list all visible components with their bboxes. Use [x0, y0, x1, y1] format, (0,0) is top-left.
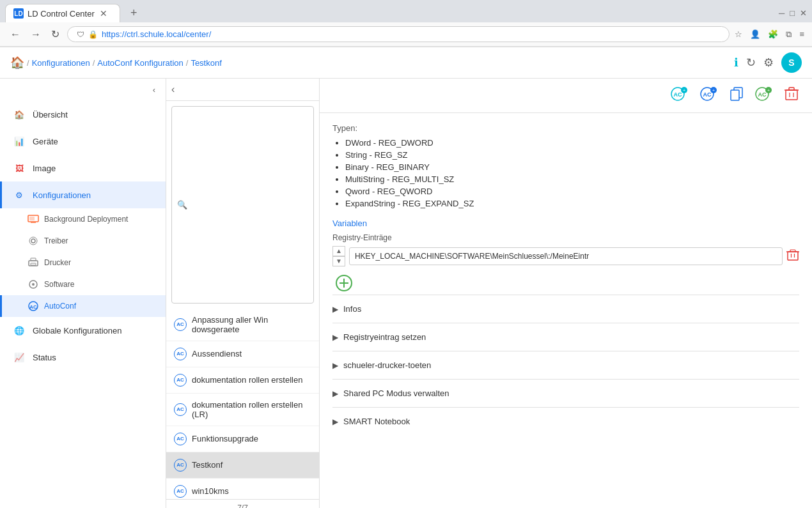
window-minimize[interactable]: ─: [779, 8, 785, 18]
registryeintrag-header[interactable]: ▶ Registryeintrag setzen: [332, 330, 799, 344]
toolbar-copy-button[interactable]: [726, 84, 747, 107]
type-item: MultiString - REG_MULTI_SZ: [345, 174, 799, 184]
home-icon[interactable]: 🏠: [10, 56, 24, 70]
right-panel-toolbar: AC + AC +: [320, 79, 812, 113]
address-text[interactable]: https://ctrl.schule.local/center/: [102, 29, 211, 39]
svg-rect-33: [790, 250, 795, 252]
menu-icon[interactable]: ≡: [799, 29, 804, 39]
add-registry-button[interactable]: [332, 272, 355, 295]
sidebar-label-autoconf: AutoConf: [44, 302, 76, 311]
config-ac-icon: AC: [174, 348, 187, 360]
list-item[interactable]: AC Testkonf: [166, 452, 319, 479]
new-tab-button[interactable]: +: [125, 5, 143, 21]
tab-close-button[interactable]: ✕: [100, 8, 107, 19]
drucker-icon: [27, 257, 39, 268]
autoconf-icon: AC: [27, 300, 39, 312]
sidebar-item-status[interactable]: 📈 Status: [0, 344, 166, 371]
toolbar-ac-add2-button[interactable]: AC +: [697, 84, 721, 107]
window-controls: ─ □ ✕: [779, 8, 807, 18]
profile-icon[interactable]: 👤: [750, 29, 760, 39]
config-item-label: Anpassung aller Win dowsgeraete: [192, 315, 311, 334]
toolbar-ac-add1-button[interactable]: AC +: [668, 84, 692, 107]
sidebar-item-globale[interactable]: 🌐 Globale Konfigurationen: [0, 317, 166, 344]
sidebar-item-ubersicht[interactable]: 🏠 Übersicht: [0, 101, 166, 128]
nav-forward-button[interactable]: →: [28, 27, 43, 42]
list-item[interactable]: AC win10kms: [166, 479, 319, 500]
sidebar-subitem-software[interactable]: Software: [0, 273, 166, 295]
list-item[interactable]: AC dokumentation rollen erstellen (LR): [166, 394, 319, 426]
sidebar-subitem-treiber[interactable]: Treiber: [0, 230, 166, 252]
registry-entry-row: ▲ ▼: [332, 246, 799, 266]
sidebar-label-drucker: Drucker: [44, 258, 71, 267]
registry-delete-button[interactable]: [786, 249, 799, 264]
nav-icons: ☆ 👤 🧩 ⧉ ≡: [735, 29, 804, 40]
settings-button[interactable]: ⚙: [763, 56, 774, 70]
search-box[interactable]: 🔍: [171, 106, 314, 304]
sidebar-item-gerate[interactable]: 📊 Geräte: [0, 128, 166, 155]
sidebar-subitem-autoconf[interactable]: AC AutoConf: [0, 295, 166, 317]
collapsible-schueler-drucker: ▶ schueler-drucker-toeten: [332, 351, 799, 379]
config-ac-icon: AC: [174, 318, 187, 331]
sidebar-subitem-drucker[interactable]: Drucker: [0, 252, 166, 273]
svg-text:AC: AC: [674, 91, 682, 98]
main-layout: ‹ 🏠 Übersicht 📊 Geräte 🖼 Image ⚙ Konfigu…: [0, 79, 812, 508]
shield-icon: 🛡: [77, 30, 84, 39]
smart-notebook-title: SMART Notebook: [343, 417, 410, 426]
search-icon: 🔍: [177, 200, 187, 210]
active-tab[interactable]: LD LD Control Center ✕: [5, 4, 120, 22]
info-button[interactable]: ℹ: [734, 56, 738, 70]
collapsible-smart-notebook: ▶ SMART Notebook: [332, 407, 799, 435]
shared-pc-header[interactable]: ▶ Shared PC Modus verwalten: [332, 386, 799, 401]
registry-down-button[interactable]: ▼: [332, 256, 345, 266]
refresh-button[interactable]: ↻: [746, 56, 756, 70]
svg-text:+: +: [683, 88, 685, 93]
svg-text:+: +: [712, 88, 715, 93]
sidebar-item-konfigurationen[interactable]: ⚙ Konfigurationen: [0, 181, 166, 208]
svg-rect-26: [786, 90, 797, 100]
breadcrumb-konfigurationen[interactable]: Konfigurationen: [32, 58, 90, 68]
sidebar-label-gerate: Geräte: [33, 137, 58, 146]
sidebar-subitem-background-deployment[interactable]: Background Deployment: [0, 208, 166, 230]
extensions-icon[interactable]: 🧩: [768, 29, 778, 39]
avatar[interactable]: S: [781, 52, 802, 73]
bookmark-icon[interactable]: ☆: [735, 29, 742, 39]
config-ac-icon: AC: [174, 403, 187, 416]
smart-notebook-header[interactable]: ▶ SMART Notebook: [332, 414, 799, 429]
types-list: DWord - REG_DWORD String - REG_SZ Binary…: [332, 138, 799, 208]
svg-point-9: [32, 283, 35, 286]
sidebar-item-image[interactable]: 🖼 Image: [0, 155, 166, 181]
toolbar-ac-add3-button[interactable]: AC +: [752, 84, 776, 107]
toolbar-delete-button[interactable]: [781, 84, 802, 107]
config-ac-icon: AC: [174, 459, 187, 472]
config-item-label: Funktionsupgrade: [192, 434, 258, 443]
shared-pc-arrow-icon: ▶: [332, 389, 338, 398]
restore-icon[interactable]: ⧉: [786, 29, 792, 40]
address-bar[interactable]: 🛡 🔒 https://ctrl.schule.local/center/: [67, 26, 730, 42]
registry-label: Registry-Einträge: [332, 233, 799, 242]
middle-panel-back-button[interactable]: ‹: [171, 84, 175, 95]
breadcrumb-autoconf[interactable]: AutoConf Konfiguration: [97, 58, 183, 68]
list-item[interactable]: AC Anpassung aller Win dowsgeraete: [166, 309, 319, 341]
nav-reload-button[interactable]: ↻: [49, 27, 62, 42]
breadcrumb-sep-3: /: [186, 58, 189, 68]
list-item[interactable]: AC Funktionsupgrade: [166, 426, 319, 452]
sidebar-label-treiber: Treiber: [44, 236, 68, 245]
tab-bar: LD LD Control Center ✕ + ─ □ ✕: [0, 0, 812, 22]
search-input[interactable]: [187, 200, 308, 210]
schueler-drucker-header[interactable]: ▶ schueler-drucker-toeten: [332, 358, 799, 373]
sidebar-label-konfigurationen: Konfigurationen: [33, 190, 91, 200]
schueler-drucker-title: schueler-drucker-toeten: [343, 360, 431, 370]
window-maximize[interactable]: □: [790, 8, 795, 18]
svg-point-4: [29, 237, 37, 245]
registry-input[interactable]: [349, 247, 783, 265]
smart-notebook-arrow-icon: ▶: [332, 417, 338, 426]
nav-back-button[interactable]: ←: [8, 27, 23, 42]
sidebar-toggle-button[interactable]: ‹: [0, 79, 166, 101]
infos-header[interactable]: ▶ Infos: [332, 302, 799, 316]
breadcrumb-current: Testkonf: [191, 58, 221, 68]
registry-up-button[interactable]: ▲: [332, 246, 345, 256]
sidebar: ‹ 🏠 Übersicht 📊 Geräte 🖼 Image ⚙ Konfigu…: [0, 79, 166, 508]
window-close[interactable]: ✕: [800, 8, 807, 18]
list-item[interactable]: AC Aussendienst: [166, 341, 319, 367]
list-item[interactable]: AC dokumentation rollen erstellen: [166, 367, 319, 394]
